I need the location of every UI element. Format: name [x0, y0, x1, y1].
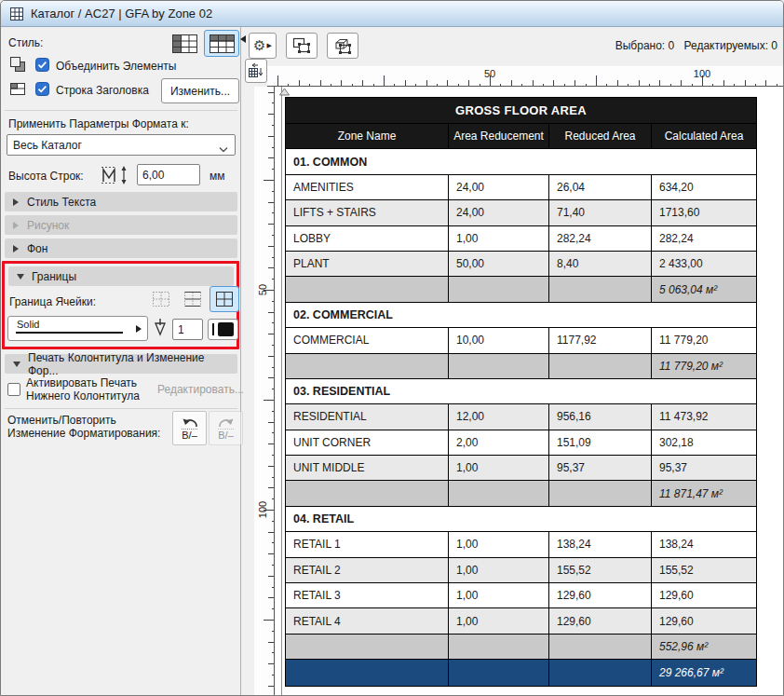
- window-titlebar[interactable]: Каталог / AC27 | GFA by Zone 02: [1, 1, 784, 27]
- table-cell: 10,00: [449, 328, 549, 352]
- pen-icon: [154, 317, 167, 341]
- redo-formatting-button[interactable]: B/–: [209, 411, 243, 445]
- pen-weight-input[interactable]: 1: [172, 319, 203, 340]
- table-row[interactable]: AMENITIES24,0026,04634,20: [286, 175, 756, 200]
- ruler-tick: [272, 521, 274, 522]
- merge-elements-checkbox[interactable]: [35, 58, 49, 72]
- border-all-button[interactable]: [210, 286, 239, 312]
- ruler-tick: [268, 157, 274, 158]
- group-header-row[interactable]: 02. COMMERCIAL: [286, 303, 756, 328]
- border-color-button[interactable]: [208, 319, 238, 340]
- group-label: 03. RESIDENTIAL: [286, 379, 756, 403]
- table-cell: 155,52: [652, 558, 756, 582]
- ruler-tick: [309, 84, 310, 86]
- table-row[interactable]: LOBBY1,00282,24282,24: [286, 226, 756, 252]
- menu-arrow-icon: ▶: [267, 42, 272, 49]
- footer-print-checkbox[interactable]: [7, 383, 20, 396]
- ruler-tick: [268, 663, 274, 664]
- settings-menu-button[interactable]: ⚙ ▶: [249, 33, 277, 59]
- empty-cell: [549, 354, 652, 378]
- table-column-header-row[interactable]: Zone Name Area Reducement Reduced Area C…: [286, 124, 756, 149]
- ruler-tick: [268, 466, 274, 467]
- edit-header-button[interactable]: Изменить...: [161, 78, 239, 103]
- merge-elements-icon: [9, 56, 26, 76]
- ruler-label: 50: [257, 280, 268, 299]
- row-height-input[interactable]: 6,00: [137, 164, 200, 185]
- schedule-table[interactable]: GROSS FLOOR AREA Zone Name Area Reduceme…: [285, 97, 757, 687]
- panel-collapse-icon[interactable]: [240, 35, 246, 43]
- group-header-row[interactable]: 03. RESIDENTIAL: [286, 379, 756, 404]
- border-horizontal-button[interactable]: [178, 286, 208, 312]
- undo-formatting-button[interactable]: B/–: [172, 411, 207, 445]
- section-header-footer[interactable]: Печать Колонтитула и Изменение Фор...: [5, 354, 237, 374]
- table-row[interactable]: COMMERCIAL10,001177,9211 779,20: [286, 328, 756, 353]
- table-row[interactable]: RETAIL 11,00138,24138,24: [286, 532, 756, 557]
- empty-cell: [549, 635, 652, 659]
- row-height-icon: [100, 164, 131, 190]
- group-label: 04. RETAIL: [286, 507, 756, 531]
- empty-cell: [549, 481, 652, 505]
- border-none-button[interactable]: [146, 286, 176, 312]
- table-row[interactable]: LIFTS + STAIRS24,0071,401713,60: [286, 200, 756, 225]
- header-row-label: Строка Заголовка: [56, 84, 149, 97]
- format-glyph: B/–: [218, 429, 234, 441]
- ruler-tick: [628, 84, 629, 86]
- subtotal-row[interactable]: 5 063,04 м²: [286, 277, 756, 302]
- ruler-tick: [272, 125, 274, 126]
- table-cell: RETAIL 4: [286, 608, 449, 633]
- ruler-tick: [272, 675, 274, 676]
- horizontal-ruler[interactable]: 50100: [267, 66, 784, 87]
- ruler-origin-button[interactable]: [245, 59, 267, 83]
- style-dark-column-button[interactable]: [167, 30, 202, 57]
- ruler-tick: [272, 498, 274, 499]
- ruler-tick: [480, 84, 480, 86]
- table-row[interactable]: RETAIL 21,00155,52155,52: [286, 558, 756, 583]
- ruler-tick: [264, 400, 274, 401]
- table-row[interactable]: RETAIL 41,00129,60129,60: [286, 608, 756, 634]
- ruler-tick: [272, 542, 274, 543]
- column-header: Reduced Area: [549, 124, 652, 148]
- group-header-row[interactable]: 04. RETAIL: [286, 507, 756, 532]
- table-row[interactable]: RESIDENTIAL12,00956,1611 473,92: [286, 404, 756, 430]
- table-title-row[interactable]: GROSS FLOOR AREA: [286, 98, 756, 124]
- select-3d-elements-button[interactable]: [327, 33, 358, 59]
- vertical-ruler[interactable]: 50100: [254, 87, 275, 696]
- ruler-tick: [264, 620, 274, 621]
- subtotal-row[interactable]: 552,96 м²: [286, 635, 756, 660]
- header-row-checkbox[interactable]: [35, 82, 49, 96]
- section-label: Стиль Текста: [27, 196, 96, 209]
- table-cell: RETAIL 1: [286, 532, 449, 556]
- grand-total-row[interactable]: 29 266,67 м²: [286, 660, 756, 685]
- ruler-tick: [272, 477, 274, 478]
- ruler-tick: [264, 180, 274, 181]
- undo-arrow-icon: [181, 416, 199, 429]
- empty-cell: [449, 277, 549, 301]
- style-dark-row-button[interactable]: [204, 30, 239, 57]
- group-header-row[interactable]: 01. COMMON: [286, 149, 756, 174]
- column-header: Calculated Area: [652, 124, 756, 148]
- apply-scope-select[interactable]: Весь Каталог: [7, 134, 236, 156]
- section-text-style[interactable]: Стиль Текста: [5, 192, 237, 212]
- apply-scope-value: Весь Каталог: [13, 139, 82, 152]
- subtotal-row[interactable]: 11 779,20 м²: [286, 354, 756, 379]
- ruler-tick: [320, 80, 321, 86]
- select-elements-button[interactable]: [286, 33, 318, 59]
- section-borders[interactable]: Границы: [8, 266, 234, 286]
- sum-cell: 11 779,20 м²: [652, 354, 756, 378]
- ruler-tick: [500, 84, 501, 86]
- table-row[interactable]: PLANT50,008,402 433,00: [286, 252, 756, 277]
- table-cell: 11 473,92: [652, 404, 756, 429]
- section-background[interactable]: Фон: [5, 239, 237, 258]
- subtotal-row[interactable]: 11 871,47 м²: [286, 481, 756, 506]
- full-grid-icon: [215, 291, 234, 307]
- table-row[interactable]: UNIT MIDDLE1,0095,3795,37: [286, 456, 756, 481]
- ruler-tick: [268, 642, 274, 643]
- ruler-tick: [352, 84, 353, 86]
- ruler-tick: [437, 84, 438, 86]
- dotted-grid-icon: [152, 291, 170, 307]
- table-row[interactable]: RETAIL 31,00129,60129,60: [286, 583, 756, 608]
- table-row[interactable]: UNIT CORNER2,00151,09302,18: [286, 430, 756, 456]
- line-type-select[interactable]: Solid: [7, 316, 148, 341]
- table-cell: 151,09: [549, 430, 652, 455]
- sum-cell: 552,96 м²: [652, 635, 756, 659]
